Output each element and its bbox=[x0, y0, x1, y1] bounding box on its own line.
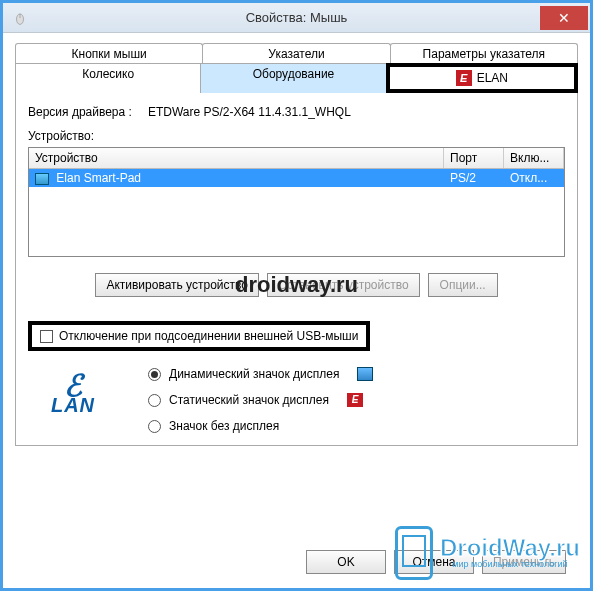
elan-red-icon: E bbox=[347, 393, 363, 407]
tab-wheel[interactable]: Колесико bbox=[15, 63, 201, 93]
device-enabled: Откл... bbox=[504, 169, 564, 187]
radio-dynamic-label: Динамический значок дисплея bbox=[169, 367, 339, 381]
apply-button[interactable]: Применить bbox=[482, 550, 566, 574]
device-buttons-row: Активировать устройство Остановить устро… bbox=[28, 273, 565, 297]
radio-icon[interactable] bbox=[148, 368, 161, 381]
elan-icon: E bbox=[456, 70, 472, 86]
window-title: Свойства: Мышь bbox=[246, 10, 348, 25]
device-listview[interactable]: Устройство Порт Вклю... Elan Smart-Pad P… bbox=[28, 147, 565, 257]
radio-icon[interactable] bbox=[148, 394, 161, 407]
touchpad-icon bbox=[35, 173, 49, 185]
radio-static-label: Статический значок дисплея bbox=[169, 393, 329, 407]
mouse-icon bbox=[11, 11, 29, 25]
tab-hardware[interactable]: Оборудование bbox=[200, 63, 386, 93]
col-device[interactable]: Устройство bbox=[29, 148, 444, 168]
tab-elan[interactable]: E ELAN bbox=[386, 63, 578, 93]
radio-icon[interactable] bbox=[148, 420, 161, 433]
driver-version-label: Версия драйвера : bbox=[28, 105, 132, 119]
tabs-row-1: Кнопки мыши Указатели Параметры указател… bbox=[15, 43, 578, 64]
device-name: Elan Smart-Pad bbox=[56, 171, 141, 185]
tab-pointer-options[interactable]: Параметры указателя bbox=[390, 43, 578, 64]
device-port: PS/2 bbox=[444, 169, 504, 187]
tab-panel: Версия драйвера : ETDWare PS/2-X64 11.4.… bbox=[15, 92, 578, 446]
radio-dynamic-row[interactable]: Динамический значок дисплея bbox=[148, 367, 373, 381]
tab-buttons[interactable]: Кнопки мыши bbox=[15, 43, 203, 64]
titlebar: Свойства: Мышь ✕ bbox=[3, 3, 590, 33]
stop-device-button[interactable]: Остановить устройство bbox=[267, 273, 420, 297]
listview-row[interactable]: Elan Smart-Pad PS/2 Откл... bbox=[29, 169, 564, 187]
col-port[interactable]: Порт bbox=[444, 148, 504, 168]
usb-disconnect-checkbox-group[interactable]: Отключение при подсоединении внешней USB… bbox=[28, 321, 370, 351]
radio-group: Динамический значок дисплея Статический … bbox=[148, 367, 373, 433]
radio-none-row[interactable]: Значок без дисплея bbox=[148, 419, 373, 433]
dialog-content: Кнопки мыши Указатели Параметры указател… bbox=[3, 33, 590, 456]
device-section-label: Устройство: bbox=[28, 129, 565, 143]
driver-version-row: Версия драйвера : ETDWare PS/2-X64 11.4.… bbox=[28, 105, 565, 119]
tab-elan-label: ELAN bbox=[477, 71, 508, 85]
close-icon: ✕ bbox=[558, 10, 570, 26]
tab-pointers[interactable]: Указатели bbox=[202, 43, 390, 64]
tabs-row-2: Колесико Оборудование E ELAN bbox=[15, 63, 578, 93]
driver-version-value: ETDWare PS/2-X64 11.4.31.1_WHQL bbox=[148, 105, 351, 119]
activate-device-button[interactable]: Активировать устройство bbox=[95, 273, 259, 297]
elan-logo: ℰ LAN bbox=[28, 367, 118, 422]
monitor-icon bbox=[357, 367, 373, 381]
radio-static-row[interactable]: Статический значок дисплея E bbox=[148, 393, 373, 407]
usb-disconnect-label: Отключение при подсоединении внешней USB… bbox=[59, 329, 358, 343]
ok-button[interactable]: OK bbox=[306, 550, 386, 574]
col-enabled[interactable]: Вклю... bbox=[504, 148, 564, 168]
radio-none-label: Значок без дисплея bbox=[169, 419, 279, 433]
cancel-button[interactable]: Отмена bbox=[394, 550, 474, 574]
tray-icon-settings: ℰ LAN Динамический значок дисплея Статич… bbox=[28, 367, 565, 433]
checkbox-icon[interactable] bbox=[40, 330, 53, 343]
options-button[interactable]: Опции... bbox=[428, 273, 498, 297]
listview-header: Устройство Порт Вклю... bbox=[29, 148, 564, 169]
dialog-buttons: OK Отмена Применить bbox=[306, 550, 566, 574]
close-button[interactable]: ✕ bbox=[540, 6, 588, 30]
